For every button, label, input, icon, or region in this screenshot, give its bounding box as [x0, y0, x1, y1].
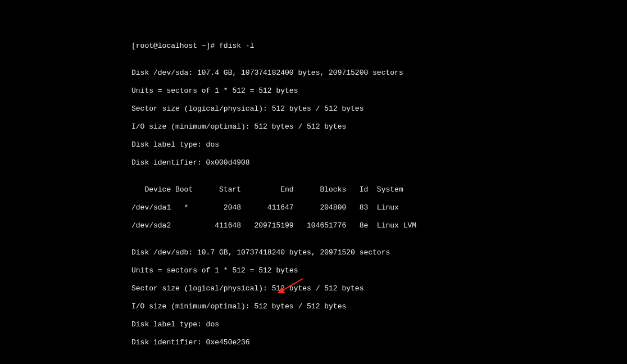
sdb-io: I/O size (minimum/optimal): 512 bytes / … — [131, 302, 627, 311]
sda-header: Disk /dev/sda: 107.4 GB, 107374182400 by… — [131, 69, 627, 78]
sda-label: Disk label type: dos — [131, 140, 627, 149]
sda-row-2: /dev/sda2 411648 209715199 104651776 8e … — [131, 221, 627, 230]
sda-table-header: Device Boot Start End Blocks Id System — [131, 185, 627, 194]
prompt-line: [root@localhost ~]# fdisk -l — [131, 42, 627, 51]
sdb-units: Units = sectors of 1 * 512 = 512 bytes — [131, 266, 627, 275]
sdb-label: Disk label type: dos — [131, 320, 627, 329]
sda-units: Units = sectors of 1 * 512 = 512 bytes — [131, 87, 627, 95]
sdb-header: Disk /dev/sdb: 10.7 GB, 10737418240 byte… — [131, 248, 627, 257]
sda-row-1: /dev/sda1 * 2048 411647 204800 83 Linux — [131, 203, 627, 212]
sda-ident: Disk identifier: 0x000d4908 — [131, 158, 627, 167]
sda-sector: Sector size (logical/physical): 512 byte… — [131, 104, 627, 113]
sda-io: I/O size (minimum/optimal): 512 bytes / … — [131, 122, 627, 131]
terminal-window[interactable]: [root@localhost ~]# fdisk -l Disk /dev/s… — [0, 0, 627, 364]
sdb-sector: Sector size (logical/physical): 512 byte… — [131, 284, 627, 293]
sdb-ident: Disk identifier: 0xe450e236 — [131, 338, 627, 347]
